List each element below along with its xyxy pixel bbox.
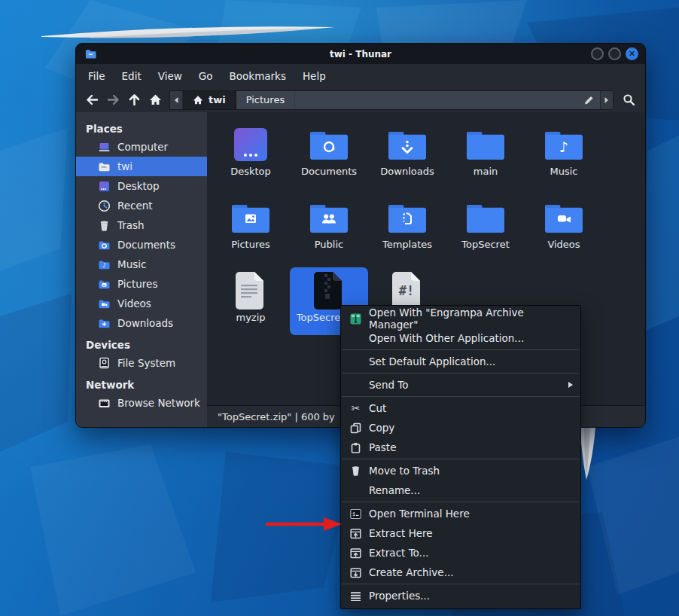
sidebar-item-browse-network[interactable]: Browse Network: [76, 393, 207, 413]
file-label: Pictures: [231, 239, 269, 250]
menu-help[interactable]: Help: [294, 67, 334, 85]
menu-bookmarks[interactable]: Bookmarks: [221, 67, 294, 85]
desktop-icon: [98, 180, 111, 193]
drive-icon: [98, 357, 111, 370]
sidebar-item-trash[interactable]: Trash: [76, 215, 207, 235]
desktop: twi - Thunar ✕ File Edit View Go Bookmar…: [0, 0, 679, 616]
file-public[interactable]: Public: [290, 194, 368, 267]
menu-item-label: Rename...: [369, 484, 420, 496]
sidebar-item-twi[interactable]: twi: [76, 157, 207, 176]
menu-view[interactable]: View: [150, 67, 190, 85]
terminal-icon: $: [349, 508, 362, 520]
path-button-pictures[interactable]: Pictures: [236, 91, 295, 109]
path-bar: twi Pictures: [169, 90, 614, 110]
menu-item-open-with-engrampa[interactable]: Open With "Engrampa Archive Manager": [341, 309, 580, 328]
path-edit-button[interactable]: [577, 91, 600, 109]
menu-item-open-terminal-here[interactable]: $ Open Terminal Here: [341, 504, 580, 523]
sidebar-item-label: Videos: [117, 297, 151, 310]
svg-text:♪: ♪: [559, 139, 568, 155]
path-button-label: twi: [209, 94, 226, 105]
menu-item-paste[interactable]: Paste: [341, 438, 580, 457]
sidebar-item-videos[interactable]: Videos: [76, 294, 207, 313]
menu-edit[interactable]: Edit: [114, 67, 150, 85]
sidebar-item-documents[interactable]: Documents: [76, 235, 207, 255]
file-label: Documents: [301, 166, 357, 177]
menu-item-create-archive[interactable]: Create Archive...: [341, 563, 580, 582]
file-documents[interactable]: Documents: [290, 121, 368, 194]
path-scroll-right-button[interactable]: [600, 91, 613, 109]
up-button[interactable]: [124, 90, 145, 110]
file-downloads[interactable]: Downloads: [368, 121, 446, 194]
menu-item-open-with-other[interactable]: Open With Other Application...: [341, 328, 580, 348]
sidebar-header-places: Places: [76, 119, 207, 137]
home-icon: [149, 93, 162, 106]
sidebar-item-label: File System: [117, 357, 175, 369]
up-arrow-icon: [128, 93, 141, 106]
menu-item-label: Copy: [369, 422, 394, 434]
file-topsecret-folder[interactable]: TopSecret: [446, 194, 525, 267]
menu-item-set-default-application[interactable]: Set Default Application...: [341, 352, 580, 371]
folder-image-icon: [230, 198, 271, 237]
menu-item-properties[interactable]: Properties...: [341, 586, 580, 605]
sidebar-item-desktop[interactable]: Desktop: [76, 176, 207, 196]
file-desktop[interactable]: Desktop: [212, 121, 290, 194]
archive-extract-icon: [349, 547, 362, 560]
clipboard-icon: [349, 441, 362, 454]
menu-item-move-to-trash[interactable]: Move to Trash: [341, 461, 580, 480]
clock-icon: [98, 200, 111, 212]
forward-button[interactable]: [103, 90, 123, 110]
menu-item-rename[interactable]: Rename...: [341, 480, 580, 500]
folder-documents-icon: [98, 239, 111, 252]
search-button[interactable]: [619, 90, 639, 110]
file-label: myzip: [236, 312, 265, 323]
sidebar-item-file-system[interactable]: File System: [76, 353, 207, 373]
minimize-button[interactable]: [591, 47, 604, 60]
file-templates[interactable]: Templates: [368, 194, 446, 267]
menu-separator: [342, 349, 580, 350]
folder-paperclip-icon: [309, 125, 349, 164]
file-myzip[interactable]: myzip: [212, 267, 290, 340]
back-button[interactable]: [82, 90, 102, 110]
file-videos[interactable]: Videos: [525, 194, 603, 267]
menu-item-cut[interactable]: ✂ Cut: [341, 398, 580, 418]
sidebar-item-computer[interactable]: Computer: [76, 137, 207, 157]
file-label: Music: [550, 166, 578, 177]
folder-downloads-icon: [98, 317, 111, 330]
sidebar-item-label: Documents: [117, 239, 175, 251]
sidebar-item-recent[interactable]: Recent: [76, 196, 207, 215]
engrampa-archive-icon: [349, 313, 362, 325]
folder-template-icon: [387, 198, 428, 237]
sidebar-item-downloads[interactable]: Downloads: [76, 313, 207, 333]
sidebar: Places Computer twi: [76, 112, 207, 427]
menu-item-label: Paste: [369, 441, 396, 453]
maximize-button[interactable]: [608, 47, 621, 60]
svg-text:$: $: [352, 511, 355, 517]
menu-go[interactable]: Go: [190, 67, 221, 85]
menu-separator: [342, 396, 580, 397]
properties-icon: [349, 590, 362, 602]
path-scroll-left-button[interactable]: [170, 91, 183, 109]
menu-item-copy[interactable]: Copy: [341, 418, 580, 438]
file-label: Templates: [382, 239, 432, 250]
menu-separator: [342, 459, 580, 459]
file-label: Videos: [547, 239, 580, 250]
close-button[interactable]: ✕: [626, 47, 638, 60]
folder-icon: [465, 198, 506, 237]
path-empty-area[interactable]: [295, 91, 577, 109]
menu-file[interactable]: File: [80, 67, 114, 85]
menu-item-extract-to[interactable]: Extract To...: [341, 543, 580, 563]
path-button-twi[interactable]: twi: [183, 91, 236, 109]
window-title: twi - Thunar: [76, 49, 645, 59]
sidebar-item-pictures[interactable]: Pictures: [76, 274, 207, 294]
titlebar[interactable]: twi - Thunar ✕: [76, 44, 645, 64]
chevron-left-icon: [173, 96, 179, 104]
home-button[interactable]: [145, 90, 166, 110]
menu-item-send-to[interactable]: Send To: [341, 375, 580, 395]
file-pictures[interactable]: Pictures: [212, 194, 290, 267]
file-music[interactable]: ♪ Music: [525, 121, 603, 194]
folder-video-icon: [544, 198, 584, 237]
sidebar-item-music[interactable]: ♪ Music: [76, 255, 207, 274]
file-main[interactable]: main: [446, 121, 525, 194]
submenu-arrow-icon: [568, 382, 573, 388]
menu-item-extract-here[interactable]: Extract Here: [341, 523, 580, 543]
